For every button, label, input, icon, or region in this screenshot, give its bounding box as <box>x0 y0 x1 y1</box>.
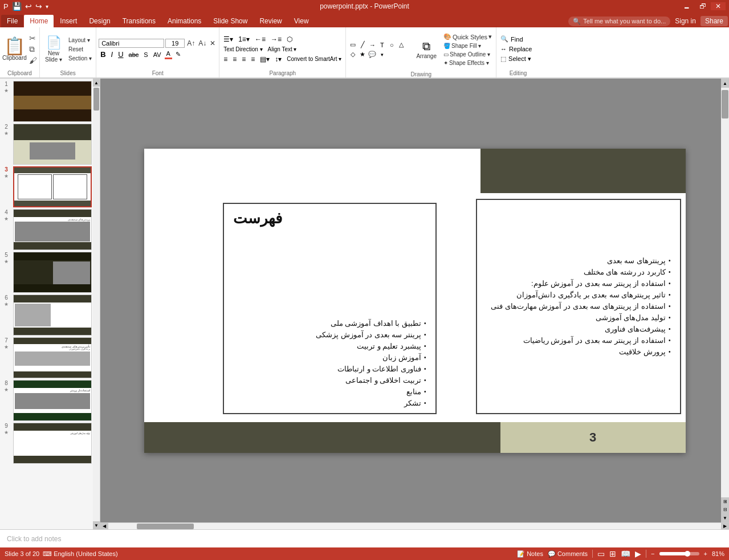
bullets-btn[interactable]: ☰▾ <box>222 35 235 44</box>
hscroll-thumb[interactable] <box>137 524 194 529</box>
slide-sorter-btn[interactable]: ⊞ <box>609 549 616 558</box>
panel-scroll-thumb[interactable] <box>93 88 99 111</box>
zoom-slider[interactable] <box>659 552 699 555</box>
tab-home[interactable]: Home <box>24 15 54 27</box>
slideshow-btn[interactable]: ▶ <box>635 549 641 558</box>
shape-fill-button[interactable]: 🪣 Shape Fill ▾ <box>442 42 494 50</box>
align-text-btn[interactable]: Align Text ▾ <box>266 46 299 53</box>
slide-thumb-6[interactable] <box>13 295 92 336</box>
arrow-shape[interactable]: → <box>368 40 377 50</box>
tell-me-box[interactable]: 🔍 Tell me what you want to do... <box>568 17 670 26</box>
char-spacing-btn[interactable]: AV <box>152 51 163 59</box>
save-btn[interactable]: 💾 <box>12 2 22 11</box>
share-btn[interactable]: Share <box>701 16 728 26</box>
redo-btn[interactable]: ↪ <box>35 2 42 11</box>
vscroll-up-arrow[interactable]: ▲ <box>721 79 729 88</box>
underline-btn[interactable]: U <box>116 50 125 59</box>
zoom-plus[interactable]: + <box>704 550 707 557</box>
rect-shape[interactable]: ▭ <box>348 40 357 50</box>
vscroll-zoom-area[interactable]: ⊞ <box>721 497 729 505</box>
decrease-indent-btn[interactable]: ←≡ <box>253 35 267 44</box>
slide-thumb-1[interactable] <box>13 81 92 122</box>
hscroll-right[interactable]: ▶ <box>721 523 729 530</box>
qa-customize[interactable]: ▾ <box>46 3 48 10</box>
align-left-btn[interactable]: ≡ <box>222 55 229 64</box>
tab-view[interactable]: View <box>288 15 315 27</box>
bold-btn[interactable]: B <box>99 50 107 59</box>
font-size-input[interactable]: 19 <box>165 39 185 48</box>
section-button[interactable]: Section ▾ <box>67 55 93 62</box>
canvas-vscrollbar[interactable]: ▲ ⊞ ⊟ ▼ <box>721 79 729 522</box>
notes-btn[interactable]: 📝 Notes <box>517 550 543 558</box>
vscroll-thumb[interactable] <box>722 90 728 118</box>
vscroll-zoom2[interactable]: ⊟ <box>721 505 729 513</box>
format-painter-button[interactable]: 🖌 <box>29 56 37 65</box>
font-color-btn[interactable]: A <box>165 50 172 59</box>
fihrist-box[interactable]: فهرست • تطبیق با اهداف آموزشی ملی • پرین… <box>223 203 437 414</box>
slide-thumb-8[interactable]: استفاده از پرینتر <box>13 380 92 421</box>
cut-button[interactable]: ✂ <box>29 34 37 43</box>
reading-view-btn[interactable]: 📖 <box>621 549 630 558</box>
font-grow-btn[interactable]: A↑ <box>186 39 196 48</box>
hscrollbar[interactable]: ◀ ▶ <box>100 522 729 529</box>
shadow-btn[interactable]: S <box>142 51 149 59</box>
panel-scroll-up[interactable]: ▲ <box>93 79 100 87</box>
zoom-handle[interactable] <box>685 551 690 557</box>
panel-scroll-down[interactable]: ▼ <box>93 521 100 529</box>
copy-button[interactable]: ⧉ <box>29 44 37 54</box>
vscroll-down-arrow[interactable]: ▼ <box>721 513 729 522</box>
text-dir-btn[interactable]: Text Direction ▾ <box>222 46 264 53</box>
slide-thumb-5[interactable] <box>13 252 92 293</box>
shape-outline-button[interactable]: ▭ Shape Outline ▾ <box>442 51 494 58</box>
col-btn[interactable]: ▤▾ <box>258 55 271 64</box>
highlight-btn[interactable]: ✎ <box>174 50 182 59</box>
reset-button[interactable]: Reset <box>67 46 93 53</box>
triangle-shape[interactable]: △ <box>397 40 406 50</box>
tab-slideshow[interactable]: Slide Show <box>207 15 253 27</box>
hscroll-left[interactable]: ◀ <box>100 523 108 530</box>
line-shape[interactable]: ╱ <box>358 40 367 50</box>
strikethrough-btn[interactable]: abc <box>127 51 141 59</box>
select-button[interactable]: ⬚ Select ▾ <box>499 55 537 63</box>
replace-button[interactable]: ↔ Replace <box>499 45 537 53</box>
slide-thumb-3[interactable] <box>13 166 92 207</box>
shapes-more[interactable]: ▾ <box>377 50 386 59</box>
find-button[interactable]: 🔍 Find <box>499 35 537 43</box>
justify-btn[interactable]: ≡ <box>249 55 256 64</box>
slide-thumb-2[interactable] <box>13 124 92 165</box>
font-name-input[interactable]: Calibri <box>99 39 164 48</box>
minimize-btn[interactable]: 🗕 <box>679 2 695 10</box>
tab-review[interactable]: Review <box>254 15 287 27</box>
tab-animations[interactable]: Animations <box>162 15 207 27</box>
notes-bar[interactable]: Click to add notes <box>0 529 729 547</box>
zoom-level[interactable]: 81% <box>712 550 724 557</box>
text-box-shape[interactable]: T <box>377 40 386 50</box>
paste-button[interactable]: 📋 Clipboard <box>2 38 27 61</box>
slide-thumb-9[interactable]: تولید مدل‌های آموزشی <box>13 423 92 464</box>
tab-insert[interactable]: Insert <box>54 15 83 27</box>
panel-scrollbar[interactable]: ▲ ▼ <box>93 79 100 529</box>
layout-button[interactable]: Layout ▾ <box>67 36 93 44</box>
zoom-minus[interactable]: − <box>651 550 654 557</box>
numbering-btn[interactable]: 1≡▾ <box>237 35 251 44</box>
quick-styles-button[interactable]: 🎨 Quick Styles ▾ <box>442 32 494 41</box>
sign-in-btn[interactable]: Sign in <box>675 17 696 25</box>
convert-smartart-btn[interactable]: Convert to SmartArt ▾ <box>285 55 343 63</box>
close-btn[interactable]: ✕ <box>711 2 726 10</box>
slide-thumb-4[interactable]: پرینترهای سه‌بعدی <box>13 209 92 250</box>
normal-view-btn[interactable]: ▭ <box>597 549 605 558</box>
increase-indent-btn[interactable]: →≡ <box>269 35 283 44</box>
clear-format-btn[interactable]: ✕ <box>209 39 217 48</box>
right-content-box[interactable]: • پرینترهای سه بعدی • کاربرد در رشته های… <box>476 199 681 414</box>
diamond-shape[interactable]: ◇ <box>348 50 357 59</box>
align-right-btn[interactable]: ≡ <box>240 55 247 64</box>
font-shrink-btn[interactable]: A↓ <box>197 39 207 48</box>
tab-file[interactable]: File <box>1 15 23 27</box>
arrange-button[interactable]: ⧉ Arrange <box>413 29 439 70</box>
tab-transitions[interactable]: Transitions <box>117 15 161 27</box>
shape-effects-button[interactable]: ✦ Shape Effects ▾ <box>442 59 494 67</box>
star-shape[interactable]: ★ <box>358 50 367 59</box>
italic-btn[interactable]: I <box>109 50 115 59</box>
align-center-btn[interactable]: ≡ <box>231 55 238 64</box>
undo-btn[interactable]: ↩ <box>25 2 32 11</box>
